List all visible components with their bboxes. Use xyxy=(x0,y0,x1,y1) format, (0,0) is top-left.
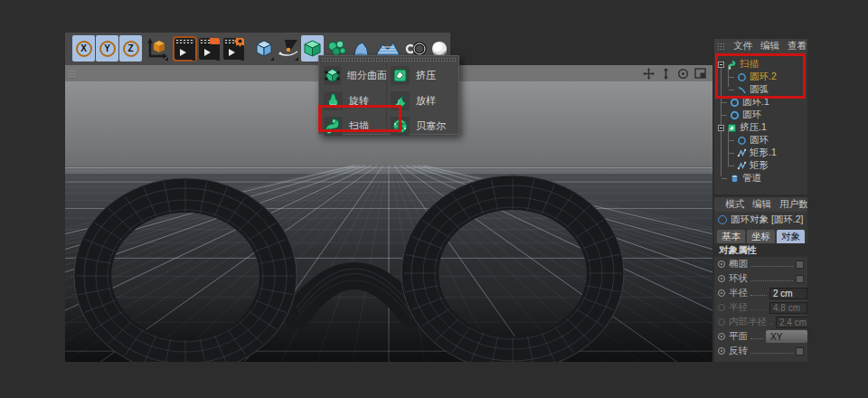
radius-input[interactable] xyxy=(769,288,807,299)
collapse-expander-icon[interactable] xyxy=(718,62,724,68)
coordinate-system-button[interactable] xyxy=(144,35,169,62)
rectangle-spline-icon xyxy=(737,161,747,171)
am-menu-mode[interactable]: 模式 xyxy=(725,198,744,211)
menu-item-subdivision-surface[interactable]: 细分曲面 xyxy=(324,63,385,87)
keyframe-dot-icon[interactable] xyxy=(718,275,725,282)
viewport-grip-icon[interactable] xyxy=(68,70,76,78)
ring-radius-input xyxy=(769,302,807,314)
sweep-icon xyxy=(324,117,343,136)
plane-dropdown[interactable]: XY xyxy=(766,330,807,343)
zoom-icon xyxy=(662,68,670,80)
circle-spline-icon xyxy=(737,72,747,82)
menu-item-lathe[interactable]: 旋转 xyxy=(324,89,385,112)
tree-branch-line xyxy=(728,65,729,87)
tree-branch-line xyxy=(728,128,729,166)
lock-x-axis-button[interactable]: X xyxy=(72,35,95,62)
menu-item-bezier[interactable]: 贝塞尔 xyxy=(391,114,458,137)
circle-spline-icon xyxy=(730,98,740,108)
om-menu-edit[interactable]: 编辑 xyxy=(760,40,779,52)
property-row-ring: 环状 xyxy=(714,271,807,286)
keyframe-dot-icon xyxy=(718,304,725,311)
cinema4d-window: X Y Z xyxy=(0,0,868,398)
circle-spline-icon xyxy=(730,110,740,120)
property-row-plane: 平面 XY xyxy=(714,329,807,344)
circle-object-icon xyxy=(718,215,727,224)
coordinate-system-icon xyxy=(146,37,167,61)
attribute-object-title: 圆环对象 [圆环.2] xyxy=(714,212,807,228)
tree-item-tube[interactable]: 管道 xyxy=(714,172,807,185)
ring-checkbox[interactable] xyxy=(796,275,804,283)
om-menu-view[interactable]: 查看 xyxy=(788,40,807,52)
render-settings-icon xyxy=(223,38,244,60)
object-properties-header: 对象属性 xyxy=(714,243,807,257)
object-manager-panel: 文件 编辑 查看 扫描 圆环.2 xyxy=(714,39,807,194)
tab-coordinates[interactable]: 坐标 xyxy=(747,230,775,243)
menu-tearoff-grip[interactable] xyxy=(321,57,457,62)
maximize-icon xyxy=(694,68,706,79)
tab-object[interactable]: 对象 xyxy=(777,230,805,243)
render-picture-viewer-icon xyxy=(199,38,220,60)
menu-item-label: 旋转 xyxy=(349,94,369,108)
x-axis-icon: X xyxy=(76,41,92,57)
reverse-checkbox[interactable] xyxy=(796,347,804,355)
tree-item-circle[interactable]: 圆环 xyxy=(714,109,807,121)
lock-z-axis-button[interactable]: Z xyxy=(119,35,142,62)
rotate-icon xyxy=(677,68,689,80)
ellipse-checkbox[interactable] xyxy=(796,261,804,269)
cube-primitive-icon xyxy=(253,38,274,59)
spline-pen-button[interactable] xyxy=(277,35,299,62)
keyframe-dot-icon[interactable] xyxy=(718,333,725,340)
generators-dropdown-menu: 细分曲面 旋转 扫描 xyxy=(318,55,459,135)
menu-item-label: 贝塞尔 xyxy=(416,119,446,133)
loft-icon xyxy=(391,91,410,110)
lock-y-axis-button[interactable]: Y xyxy=(96,35,118,62)
menu-item-label: 挤压 xyxy=(416,69,436,82)
render-view-icon xyxy=(175,38,195,60)
render-settings-button[interactable] xyxy=(222,35,245,62)
render-view-button[interactable] xyxy=(174,35,196,62)
rectangle-spline-icon xyxy=(737,148,747,158)
tab-basic[interactable]: 基本 xyxy=(717,230,745,243)
add-cube-primitive-button[interactable] xyxy=(252,35,275,62)
render-picture-viewer-button[interactable] xyxy=(198,35,221,62)
viewport-rotate-control[interactable] xyxy=(676,67,690,80)
keyframe-dot-icon[interactable] xyxy=(718,347,725,355)
menu-item-label: 放样 xyxy=(416,94,436,108)
keyframe-dot-icon xyxy=(718,318,725,326)
attribute-manager-menubar: 模式 编辑 用户数 xyxy=(714,197,807,212)
am-menu-userdata[interactable]: 用户数 xyxy=(779,198,807,211)
property-row-reverse: 反转 xyxy=(714,344,807,358)
viewport-zoom-control[interactable] xyxy=(659,67,673,80)
tree-item-circle-1[interactable]: 圆环.1 xyxy=(714,96,807,109)
attribute-tabs: 基本 坐标 对象 xyxy=(714,228,807,243)
menu-item-label: 扫描 xyxy=(349,119,369,133)
menu-item-loft[interactable]: 放样 xyxy=(391,89,458,112)
pan-icon xyxy=(643,68,655,80)
z-axis-icon: Z xyxy=(123,41,139,57)
menu-item-sweep[interactable]: 扫描 xyxy=(324,114,385,137)
arc-spline-icon xyxy=(737,85,747,95)
spline-pen-icon xyxy=(278,38,299,60)
circle-spline-icon xyxy=(737,136,747,146)
symmetry-icon xyxy=(405,41,427,57)
attribute-manager-panel: 模式 编辑 用户数 圆环对象 [圆环.2] 基本 坐标 对象 对象属性 椭圆 环… xyxy=(714,197,807,362)
property-row-inner-radius: 内部半径 xyxy=(714,315,807,329)
subdivision-surface-icon xyxy=(324,66,341,85)
menu-item-extrude[interactable]: 挤压 xyxy=(391,63,458,87)
property-row-radius-disabled: 半径 xyxy=(714,300,807,315)
panel-grip-icon[interactable] xyxy=(717,43,725,51)
keyframe-dot-icon[interactable] xyxy=(718,289,725,297)
am-menu-edit[interactable]: 编辑 xyxy=(752,198,771,211)
viewport-pan-control[interactable] xyxy=(642,67,656,80)
object-tree: 扫描 圆环.2 圆弧 圆环.1 圆环 xyxy=(714,53,807,185)
property-row-ellipse: 椭圆 xyxy=(714,257,807,271)
collapse-expander-icon[interactable] xyxy=(718,125,724,131)
tree-trunk-line xyxy=(721,63,722,176)
menu-item-label: 细分曲面 xyxy=(347,69,387,82)
viewport-maximize-control[interactable] xyxy=(693,67,707,80)
lathe-icon xyxy=(324,91,343,110)
y-axis-icon: Y xyxy=(99,41,116,57)
om-menu-file[interactable]: 文件 xyxy=(733,40,752,52)
object-manager-menubar: 文件 编辑 查看 xyxy=(714,39,807,53)
keyframe-dot-icon[interactable] xyxy=(718,261,725,268)
